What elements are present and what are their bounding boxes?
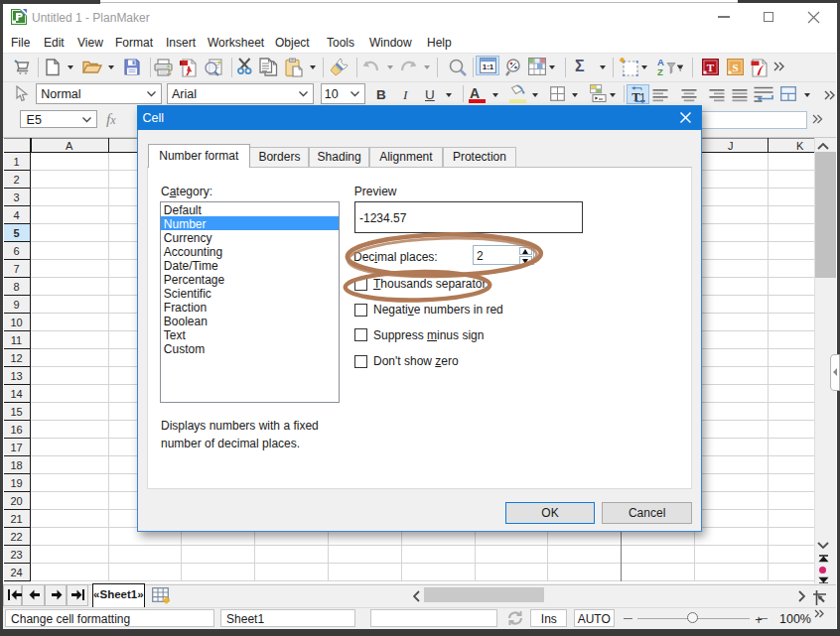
svg-text:S: S — [732, 62, 738, 73]
svg-text:Z: Z — [657, 66, 663, 76]
svg-text:1:1: 1:1 — [482, 63, 493, 71]
svg-text:T: T — [707, 62, 715, 73]
